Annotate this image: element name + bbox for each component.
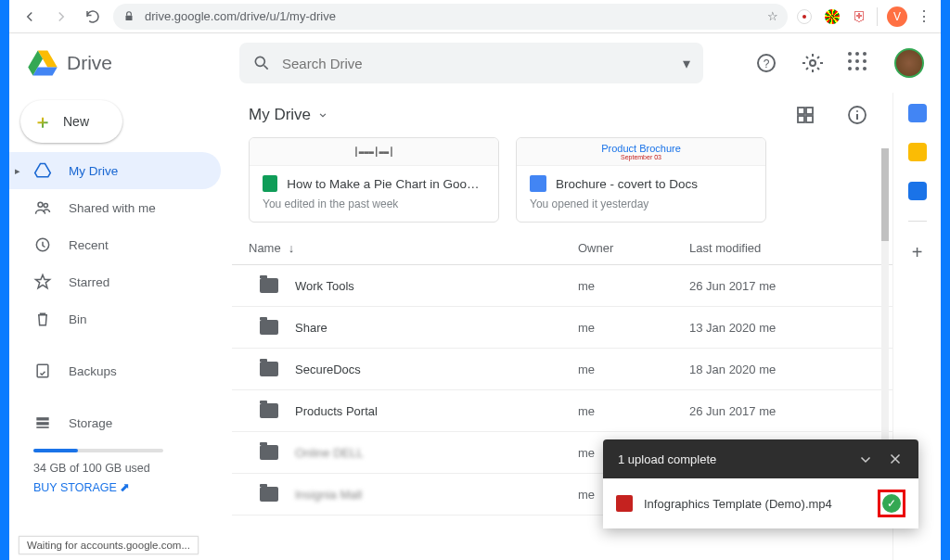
browser-status-bar: Waiting for accounts.google.com... <box>19 536 199 554</box>
sidebar-item-recent[interactable]: Recent <box>9 226 221 263</box>
storage-bar <box>33 449 163 452</box>
recent-icon <box>33 235 52 254</box>
table-row[interactable]: SecureDocs me 18 Jan 2020 me <box>232 349 892 390</box>
search-dropdown-icon[interactable]: ▾ <box>683 55 690 72</box>
content-header: My Drive <box>232 93 892 137</box>
storage-meter: 34 GB of 100 GB used BUY STORAGE ⬈ <box>9 441 232 494</box>
chrome-profile-avatar[interactable]: V <box>887 6 907 27</box>
svg-rect-10 <box>36 417 48 420</box>
card-subtitle: You edited in the past week <box>263 197 485 210</box>
drive-logo[interactable]: Drive <box>26 46 230 80</box>
back-button[interactable] <box>19 6 41 28</box>
sort-arrow-icon: ↓ <box>289 241 295 255</box>
storage-text: 34 GB of 100 GB used <box>33 462 232 475</box>
file-owner: me <box>578 279 689 293</box>
file-owner: me <box>578 321 689 335</box>
view-grid-icon[interactable] <box>794 104 816 126</box>
scrollbar[interactable] <box>881 148 889 477</box>
folder-icon <box>260 445 278 460</box>
settings-icon[interactable] <box>802 52 824 74</box>
reload-button[interactable] <box>82 6 104 28</box>
card-title: How to Make a Pie Chart in Google S... <box>287 177 485 191</box>
my-drive-icon <box>33 161 52 180</box>
calendar-icon[interactable] <box>908 104 927 122</box>
info-icon[interactable] <box>846 104 868 126</box>
svg-rect-16 <box>806 116 813 122</box>
toast-close-icon[interactable] <box>887 451 904 467</box>
svg-rect-13 <box>798 108 804 114</box>
add-addon-icon[interactable]: + <box>912 242 923 263</box>
google-apps-icon[interactable] <box>848 52 870 74</box>
sheets-icon <box>263 175 277 192</box>
column-owner[interactable]: Owner <box>578 241 689 255</box>
file-modified: 18 Jan 2020 me <box>689 363 876 376</box>
quick-access-card[interactable]: ┃▬▬▬┃▬▬┃ How to Make a Pie Chart in Goog… <box>249 137 499 223</box>
plus-icon: ＋ <box>33 109 52 134</box>
forward-button[interactable] <box>50 6 72 28</box>
toast-minimize-icon[interactable] <box>857 451 874 467</box>
svg-rect-0 <box>126 15 133 19</box>
search-input[interactable] <box>282 56 672 71</box>
upload-success-highlight: ✓ <box>878 490 905 517</box>
breadcrumb[interactable]: My Drive <box>249 106 329 124</box>
folder-icon <box>260 487 278 502</box>
chevron-down-icon <box>316 108 329 121</box>
tasks-icon[interactable] <box>908 182 927 200</box>
svg-point-5 <box>810 60 815 66</box>
upload-toast: 1 upload complete Infographics Template … <box>603 439 918 528</box>
search-box[interactable]: ▾ <box>239 43 703 83</box>
card-thumbnail: Product BrochureSeptember 03 <box>517 138 765 166</box>
sidebar-item-bin[interactable]: Bin <box>9 300 221 337</box>
help-icon[interactable]: ? <box>755 52 777 74</box>
url-text: drive.google.com/drive/u/1/my-drive <box>145 9 336 23</box>
file-name: Work Tools <box>295 279 354 293</box>
svg-text:?: ? <box>764 57 770 70</box>
svg-rect-12 <box>36 426 48 428</box>
chrome-menu-icon[interactable]: ⋮ <box>917 7 931 25</box>
svg-line-2 <box>264 66 268 70</box>
sidebar-item-shared[interactable]: Shared with me <box>9 189 221 226</box>
folder-icon <box>260 362 278 376</box>
svg-point-1 <box>255 57 264 66</box>
shared-icon <box>33 198 52 217</box>
backups-icon <box>33 362 52 380</box>
card-title: Brochure - covert to Docs <box>556 177 698 191</box>
table-row[interactable]: Share me 13 Jan 2020 me <box>232 307 892 349</box>
svg-rect-11 <box>36 422 48 425</box>
buy-storage-link[interactable]: BUY STORAGE ⬈ <box>33 480 232 494</box>
starred-icon <box>33 273 52 291</box>
drive-logo-icon <box>26 46 59 80</box>
file-name: Online DELL <box>295 446 364 460</box>
quick-access-row: ┃▬▬▬┃▬▬┃ How to Make a Pie Chart in Goog… <box>232 137 892 223</box>
column-name[interactable]: Name ↓ <box>249 241 578 255</box>
file-modified: 26 Jun 2017 me <box>689 279 876 293</box>
keep-icon[interactable] <box>908 143 927 161</box>
svg-point-19 <box>856 110 858 112</box>
toast-title: 1 upload complete <box>618 452 716 466</box>
extension-icon[interactable]: ⛨ <box>853 8 867 25</box>
app-header: Drive ▾ ? <box>9 33 941 93</box>
table-row[interactable]: Products Portal me 26 Jun 2017 me <box>232 390 892 432</box>
user-avatar[interactable] <box>894 48 924 78</box>
sidebar-item-storage[interactable]: Storage <box>9 404 221 441</box>
column-modified[interactable]: Last modified <box>689 241 876 255</box>
new-button[interactable]: ＋ New <box>20 100 122 143</box>
new-button-label: New <box>63 114 89 129</box>
sidebar-item-backups[interactable]: Backups <box>9 352 221 389</box>
quick-access-card[interactable]: Product BrochureSeptember 03 Brochure - … <box>516 137 766 223</box>
extension-icon[interactable] <box>825 9 840 24</box>
scrollbar-thumb[interactable] <box>881 148 889 241</box>
extension-icon[interactable] <box>797 9 812 24</box>
sidebar-item-my-drive[interactable]: My Drive <box>9 152 221 189</box>
bookmark-star-icon[interactable]: ☆ <box>767 9 778 23</box>
folder-icon <box>260 320 278 335</box>
lock-icon <box>122 10 135 23</box>
file-name: Products Portal <box>295 404 378 418</box>
file-owner: me <box>578 363 689 376</box>
sidebar-item-starred[interactable]: Starred <box>9 263 221 300</box>
table-row[interactable]: Work Tools me 26 Jun 2017 me <box>232 265 892 307</box>
address-bar[interactable]: drive.google.com/drive/u/1/my-drive ☆ <box>113 4 788 30</box>
file-name: Insignia Mall <box>295 488 362 502</box>
app-title: Drive <box>67 52 112 74</box>
toast-item[interactable]: Infographics Template (Demo).mp4 ✓ <box>603 478 918 528</box>
